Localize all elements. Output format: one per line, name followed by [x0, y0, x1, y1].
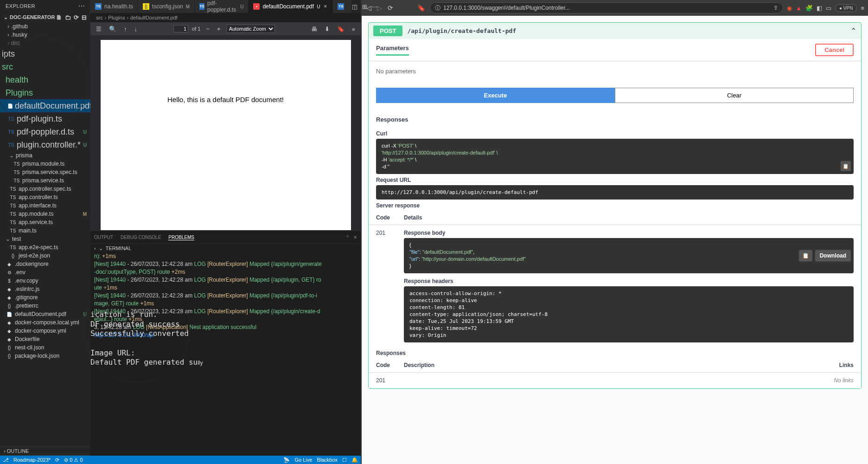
magnified-item[interactable]: TSpdf-poppler.d.tsU [0, 125, 90, 138]
parameters-tab[interactable]: Parameters [376, 45, 409, 56]
bookmark-icon[interactable]: 🔖 [335, 25, 346, 33]
editor-tab[interactable]: TSpdf-poppler.d.tsU [195, 0, 249, 13]
shield-icon[interactable]: ◉ [787, 5, 792, 12]
download-button[interactable]: Download [815, 250, 851, 262]
folder-item[interactable]: dist [0, 39, 90, 47]
file-item[interactable]: TSprisma.service.ts [0, 176, 90, 185]
editor-tab[interactable]: TSna.health.ts [90, 0, 138, 13]
collapse-icon[interactable]: ⊟ [82, 14, 87, 21]
file-item[interactable]: ◆.eslintrc.js [0, 285, 90, 293]
share-icon[interactable]: ⇪ [773, 5, 778, 11]
more-icon[interactable]: ⋯ [78, 2, 85, 10]
file-item[interactable]: TSprisma.module.ts [0, 160, 90, 168]
split-icon[interactable]: ◫ [352, 3, 357, 10]
close-icon[interactable]: × [323, 3, 328, 10]
editor-tab[interactable]: TS [333, 0, 352, 13]
magnified-item[interactable]: TSplugin.controller.*U [0, 138, 90, 151]
feedback-icon[interactable]: ☐ [342, 457, 347, 463]
file-item[interactable]: {}.prettierrc [0, 302, 90, 310]
bookmark-icon[interactable]: 🔖 [416, 4, 426, 12]
panel-tab[interactable]: DEBUG CONSOLE [121, 235, 161, 240]
chevron-icon[interactable]: › [94, 245, 96, 251]
close-panel-icon[interactable]: ✕ [353, 235, 357, 240]
branch-icon[interactable]: ⎇ [3, 457, 9, 463]
page-input[interactable] [173, 25, 188, 32]
editor-tab[interactable]: {}tsconfig.jsonM [138, 0, 195, 13]
file-item[interactable]: {}jest-e2e.json [0, 251, 90, 260]
execute-button[interactable]: Execute [376, 88, 615, 103]
file-item[interactable]: ◆docker-compose.local.yml [0, 318, 90, 327]
prev-page-icon[interactable]: ↑ [122, 25, 129, 33]
breadcrumb-segment[interactable]: src [96, 15, 103, 20]
magnified-item[interactable]: Plugins [0, 86, 90, 99]
file-item[interactable]: TSapp.interface.ts [0, 201, 90, 210]
reload-icon[interactable]: ⟳ [387, 4, 394, 12]
panel-tab[interactable]: PROBLEMS [168, 235, 194, 240]
file-item[interactable]: {}package-lock.json [0, 352, 90, 360]
breadcrumb-segment[interactable]: defaultDocument.pdf [130, 15, 178, 20]
folder-item[interactable]: .husky [0, 31, 90, 39]
maximize-icon[interactable]: ^ [346, 235, 349, 240]
triangle-icon[interactable]: ▲ [796, 5, 802, 12]
clear-button[interactable]: Clear [615, 88, 854, 103]
menu-icon[interactable]: ≡ [861, 5, 864, 12]
file-item[interactable]: $.env.copy [0, 277, 90, 285]
magnified-item[interactable]: ipts [0, 47, 90, 60]
file-item[interactable]: TSapp.controller.ts [0, 193, 90, 201]
sidebar-icon[interactable]: ◧ [817, 5, 822, 12]
sidebar-toggle-icon[interactable]: ☰ [94, 25, 103, 33]
zoom-out-icon[interactable]: − [204, 25, 211, 33]
magnified-item[interactable]: health [0, 73, 90, 86]
panel-tab[interactable]: OUTPUT [94, 235, 113, 240]
chevron-down-icon[interactable]: ⌄ [99, 245, 103, 251]
info-icon[interactable]: ⓘ [435, 4, 440, 12]
search-icon[interactable]: 🔍 [107, 25, 118, 33]
forward-icon[interactable]: ▷ [376, 4, 383, 12]
branch-name[interactable]: Roadmap-2023* [13, 457, 51, 463]
breadcrumb[interactable]: src › Plugins › defaultDocument.pdf [90, 13, 361, 22]
go-live[interactable]: Go Live [294, 457, 312, 463]
file-item[interactable]: TSapp.service.ts [0, 218, 90, 226]
new-file-icon[interactable]: 🗎 [56, 14, 62, 21]
download-icon[interactable]: ⬇ [323, 25, 332, 33]
operation-summary[interactable]: POST /api/plugin/create-default-pdf ⌃ [369, 23, 861, 39]
file-item[interactable]: ◆docker-compose.yml [0, 327, 90, 335]
magnified-item[interactable]: src [0, 60, 90, 73]
chevron-up-icon[interactable]: ⌃ [850, 26, 856, 35]
problems-count[interactable]: ⊘ 0 ⚠ 0 [64, 457, 83, 463]
new-folder-icon[interactable]: 🗀 [65, 14, 71, 21]
folder-item[interactable]: .github [0, 22, 90, 31]
bell-icon[interactable]: 🔔 [351, 457, 358, 463]
file-item[interactable]: 📄defaultDocument.pdfU [0, 310, 90, 318]
refresh-icon[interactable]: ⟳ [74, 14, 79, 21]
wallet-icon[interactable]: ▭ [826, 5, 831, 12]
layout-icon[interactable]: ⊞ [362, 3, 367, 10]
url-bar[interactable]: ⓘ 127.0.0.1:3000/swagger#/default/Plugin… [430, 2, 783, 13]
vpn-badge[interactable]: ● VPN [835, 4, 857, 12]
magnified-item[interactable]: TSpdf-plugin.ts [0, 112, 90, 125]
folder-item[interactable]: test [0, 235, 90, 243]
print-icon[interactable]: 🖶 [309, 25, 319, 33]
extensions-icon[interactable]: 🧩 [805, 5, 813, 12]
next-page-icon[interactable]: ↓ [133, 25, 140, 33]
file-item[interactable]: ◆.gitignore [0, 293, 90, 302]
outline-section[interactable]: › OUTLINE [0, 446, 90, 455]
zoom-in-icon[interactable]: + [215, 25, 223, 33]
file-item[interactable]: ◆Dockerfile [0, 335, 90, 343]
file-item[interactable]: TSmain.ts [0, 226, 90, 235]
workspace-row[interactable]: ⌄DOC-GENERATOR 🗎 🗀 ⟳ ⊟ [0, 12, 90, 22]
cancel-button[interactable]: Cancel [815, 44, 854, 56]
copy-icon[interactable]: 📋 [841, 161, 851, 171]
breadcrumb-segment[interactable]: Plugins [108, 15, 125, 20]
file-item[interactable]: TSapp.controller.spec.ts [0, 185, 90, 193]
blackbox[interactable]: Blackbox [317, 457, 338, 463]
zoom-select[interactable]: Automatic Zoom [226, 25, 275, 33]
copy-icon[interactable]: 📋 [799, 250, 812, 262]
folder-item[interactable]: prisma [0, 151, 90, 160]
file-item[interactable]: {}nest-cli.json [0, 343, 90, 352]
broadcast-icon[interactable]: 📡 [283, 457, 290, 463]
magnified-item[interactable]: 📄defaultDocument.pdf [0, 99, 90, 112]
file-item[interactable]: ◆.dockerignore [0, 260, 90, 268]
file-item[interactable]: TSprisma.service.spec.ts [0, 168, 90, 176]
file-item[interactable]: TSapp.module.tsM [0, 210, 90, 218]
